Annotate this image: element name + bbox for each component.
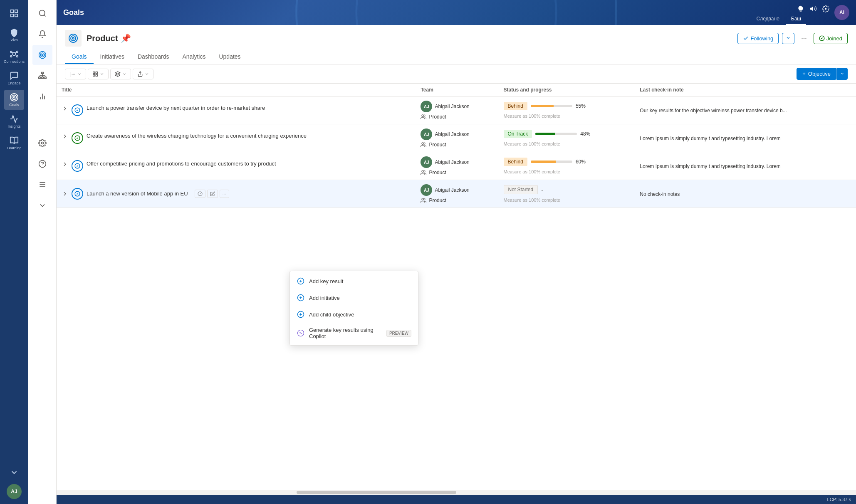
speaker-icon[interactable] [809, 5, 817, 12]
row4-measure: Measure as 100% complete [504, 198, 630, 203]
col-status: Status and progress [499, 84, 635, 96]
svg-point-5 [10, 51, 12, 53]
goal-icon-3 [72, 160, 83, 172]
second-nav-bell[interactable] [32, 24, 52, 44]
row1-status-cell: Behind 55% Measure as 100% complete [499, 96, 635, 124]
second-nav-more[interactable] [32, 195, 52, 215]
chevron-down-icon-grid [100, 72, 104, 76]
key-result-icon [297, 277, 305, 285]
following-chevron-button[interactable] [782, 33, 794, 44]
objective-chevron-button[interactable] [836, 68, 848, 80]
toolbar-share-button[interactable] [133, 69, 153, 79]
svg-rect-21 [44, 77, 46, 78]
scrollbar-thumb[interactable] [297, 491, 456, 494]
row4-title-text: Launch a new version of Mobile app in EU [87, 190, 188, 198]
team-icon-1 [421, 114, 426, 120]
row2-pct: 48% [580, 131, 590, 137]
tab-initiatives[interactable]: Initiatives [94, 50, 131, 64]
status-bar: LCP: 5.37 s [57, 495, 856, 504]
row4-checkin-btn[interactable] [195, 190, 205, 198]
following-label: Following [750, 35, 773, 42]
goal-icon-4 [72, 188, 83, 200]
row1-checkin-text: Our key results for the objective wirele… [640, 108, 787, 114]
team-icon-3 [421, 170, 426, 175]
row4-status-badge: Not Started [504, 185, 538, 194]
second-nav-help[interactable] [32, 154, 52, 174]
tab-goals[interactable]: Goals [65, 50, 94, 64]
row2-status-cell: On Track 48% Measure as 100% complete [499, 124, 635, 152]
main-area: Goals Следване Баш AI Product 📌 [57, 0, 856, 504]
sidebar-item-viva[interactable]: Viva [4, 25, 24, 45]
product-icon [65, 30, 82, 47]
hero-avatar[interactable]: AI [834, 5, 849, 20]
tab-analytics[interactable]: Analytics [176, 50, 212, 64]
expand-icon-4[interactable] [62, 190, 68, 197]
tab-updates[interactable]: Updates [212, 50, 247, 64]
sidebar: Viva Connections Engage Goals Insights L… [0, 0, 28, 504]
objective-button[interactable]: + Objective [797, 68, 836, 80]
sidebar-item-apps[interactable] [4, 3, 24, 23]
svg-point-48 [422, 115, 424, 117]
user-avatar[interactable]: AJ [7, 484, 22, 499]
hero-right-icons: AI [797, 5, 849, 20]
svg-point-18 [42, 54, 43, 55]
goal-icon-2 [72, 132, 83, 144]
row3-checkin-cell: Lorem Ipsum is simply dummy t and typese… [635, 152, 856, 180]
goal-icon-1 [72, 104, 83, 116]
sidebar-item-connections-label: Connections [4, 59, 25, 64]
toolbar-indent-button[interactable]: |→ [65, 69, 86, 79]
second-nav-search[interactable] [32, 3, 52, 23]
svg-rect-22 [41, 77, 43, 78]
goals-table: Title Team Status and progress Last chec… [57, 84, 856, 208]
toolbar-layers-button[interactable] [110, 69, 131, 79]
more-options-button[interactable]: ··· [798, 32, 810, 44]
sidebar-item-connections[interactable]: Connections [4, 47, 24, 67]
sidebar-item-chevron-down[interactable] [4, 462, 24, 482]
second-nav [28, 0, 57, 504]
tab-dashboards[interactable]: Dashboards [131, 50, 176, 64]
chevron-down-icon [786, 35, 791, 40]
context-menu-add-key-result[interactable]: Add key result [290, 273, 418, 289]
bulb-icon[interactable] [797, 5, 804, 12]
toolbar-right: + Objective [797, 68, 848, 80]
team-icon-4 [421, 198, 426, 203]
second-nav-settings[interactable] [32, 133, 52, 153]
joined-button[interactable]: Joined [814, 33, 848, 44]
toolbar-grid-button[interactable] [88, 69, 109, 79]
team-icon-2 [421, 142, 426, 148]
second-nav-goals[interactable] [32, 45, 52, 65]
settings-icon[interactable] [822, 5, 829, 12]
copilot-icon [297, 329, 305, 337]
product-title-row: Product 📌 Following ··· Joined [65, 30, 848, 47]
context-menu-add-initiative[interactable]: Add initiative [290, 289, 418, 306]
context-menu-generate-copilot[interactable]: Generate key results using Copilot PREVI… [290, 323, 418, 343]
add-child-objective-label: Add child objective [309, 311, 354, 318]
product-title-text: Product 📌 [87, 33, 131, 43]
context-menu-add-child-objective[interactable]: Add child objective [290, 306, 418, 323]
second-nav-settings2[interactable] [32, 175, 52, 195]
second-nav-analytics[interactable] [32, 86, 52, 106]
row1-title-cell: Launch a power transfer device by next q… [57, 96, 416, 124]
sidebar-item-goals[interactable]: Goals [4, 90, 24, 110]
col-team: Team [416, 84, 498, 96]
row4-owner-cell: AJ Abigail Jackson Product [416, 180, 498, 208]
following-button[interactable]: Following [737, 33, 779, 44]
horizontal-scrollbar[interactable] [57, 490, 856, 495]
sidebar-item-engage[interactable]: Engage [4, 68, 24, 88]
svg-point-17 [40, 53, 45, 57]
svg-rect-42 [96, 72, 97, 73]
expand-icon-3[interactable] [62, 161, 68, 168]
svg-rect-41 [93, 72, 95, 73]
expand-icon-1[interactable] [62, 105, 68, 112]
row3-owner-cell: AJ Abigail Jackson Product [416, 152, 498, 180]
row4-edit-btn[interactable] [207, 190, 218, 198]
hero-tab-follow[interactable]: Следване [752, 13, 784, 25]
row4-more-btn[interactable]: ··· [220, 190, 229, 198]
sidebar-item-learning[interactable]: Learning [4, 133, 24, 153]
sidebar-item-insights[interactable]: Insights [4, 111, 24, 131]
svg-rect-0 [11, 10, 13, 12]
second-nav-org[interactable] [32, 66, 52, 86]
row1-status-badge: Behind [504, 102, 527, 110]
row4-owner-name: Abigail Jackson [435, 187, 469, 193]
expand-icon-2[interactable] [62, 133, 68, 140]
